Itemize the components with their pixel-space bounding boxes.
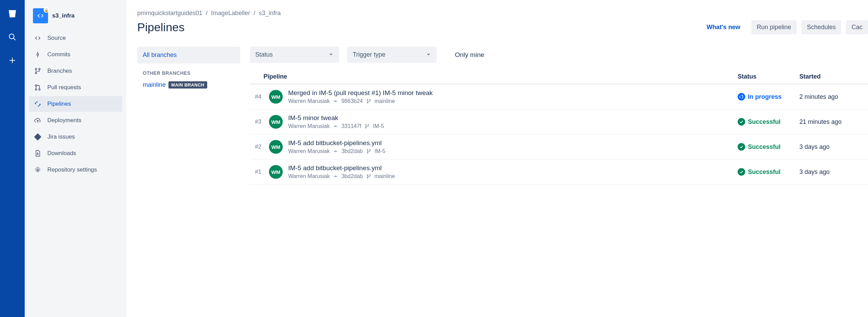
- bitbucket-logo-icon[interactable]: [5, 7, 19, 21]
- author-avatar: WM: [269, 90, 283, 104]
- run-number: #2: [250, 143, 263, 150]
- sidebar-item-label: Commits: [47, 51, 70, 58]
- repo-header[interactable]: 🔒 s3_infra: [29, 8, 122, 30]
- svg-point-27: [365, 124, 366, 125]
- breadcrumb: pmmquickstartguides01 / ImageLabeller / …: [137, 10, 868, 17]
- pipeline-commit-title[interactable]: IM-5 add bitbucket-pipelines.yml: [288, 164, 738, 172]
- sidebar-item-pipelines[interactable]: Pipelines: [29, 96, 122, 112]
- sidebar-item-label: Jira issues: [47, 133, 75, 140]
- started-time: 21 minutes ago: [799, 118, 868, 126]
- pipeline-list-area: Status Trigger type Only mine Pipeline S…: [250, 47, 868, 185]
- commit-hash-icon: [333, 99, 338, 104]
- caches-button[interactable]: Cac: [846, 20, 868, 34]
- chevron-down-icon: [329, 51, 333, 58]
- breadcrumb-separator: /: [206, 10, 208, 17]
- header-pipeline: Pipeline: [263, 73, 738, 80]
- pipeline-author: Warren Marusiak: [288, 98, 330, 104]
- svg-line-1: [13, 38, 15, 40]
- svg-point-39: [367, 174, 368, 175]
- commit-hash-icon: [333, 124, 338, 129]
- search-icon[interactable]: [5, 30, 19, 44]
- sidebar-item-label: Branches: [47, 68, 72, 74]
- status-text: Successful: [748, 143, 781, 151]
- svg-point-28: [368, 124, 369, 125]
- branch-name: mainline: [143, 81, 166, 89]
- breadcrumb-item[interactable]: s3_infra: [259, 10, 281, 17]
- commit-icon: [34, 50, 42, 59]
- commit-hash-icon: [333, 149, 338, 154]
- all-branches-filter[interactable]: All branches: [137, 47, 240, 63]
- svg-point-23: [740, 95, 743, 98]
- sidebar-item-jira[interactable]: Jira issues: [29, 129, 122, 145]
- svg-point-21: [370, 99, 371, 100]
- pipeline-author: Warren Marusiak: [288, 123, 330, 129]
- pipeline-row[interactable]: #1WMIM-5 add bitbucket-pipelines.ymlWarr…: [250, 160, 868, 185]
- pipeline-commit-title[interactable]: Merged in IM-5 (pull request #1) IM-5 mi…: [288, 89, 738, 97]
- pipeline-commit-title[interactable]: IM-5 minor tweak: [288, 114, 738, 122]
- sidebar-item-label: Repository settings: [47, 166, 97, 173]
- svg-point-30: [335, 151, 336, 152]
- trigger-filter-label: Trigger type: [353, 51, 385, 58]
- commit-hash[interactable]: 3bd2dab: [341, 148, 363, 154]
- only-mine-toggle[interactable]: Only mine: [455, 51, 484, 59]
- sidebar-item-settings[interactable]: Repository settings: [29, 162, 122, 178]
- pipeline-commit-title[interactable]: IM-5 add bitbucket-pipelines.yml: [288, 139, 738, 147]
- svg-point-12: [39, 89, 40, 90]
- branch-item[interactable]: mainline MAIN BRANCH: [137, 79, 240, 91]
- pipeline-table-header: Pipeline Status Started: [250, 73, 868, 84]
- breadcrumb-separator: /: [254, 10, 255, 17]
- svg-point-36: [335, 176, 336, 177]
- started-time: 2 minutes ago: [799, 93, 868, 101]
- cloud-upload-icon: [34, 116, 42, 125]
- schedules-button[interactable]: Schedules: [801, 20, 841, 34]
- run-pipeline-button[interactable]: Run pipeline: [751, 20, 797, 34]
- pipeline-branch[interactable]: mainline: [375, 173, 395, 179]
- branch-filter-panel: All branches OTHER BRANCHES mainline MAI…: [137, 47, 240, 91]
- svg-point-33: [367, 149, 368, 150]
- pipeline-branch[interactable]: IM-5: [373, 123, 384, 129]
- svg-point-17: [335, 101, 336, 102]
- status-success-icon: [738, 143, 745, 151]
- branch-small-icon: [366, 174, 371, 179]
- pipeline-row[interactable]: #3WMIM-5 minor tweakWarren Marusiak33114…: [250, 109, 868, 134]
- branch-icon: [34, 67, 42, 75]
- status-progress-icon: [738, 93, 745, 101]
- sidebar-item-pull-requests[interactable]: Pull requests: [29, 80, 122, 95]
- sidebar-item-commits[interactable]: Commits: [29, 47, 122, 62]
- sidebar-item-branches[interactable]: Branches: [29, 63, 122, 79]
- header-started: Started: [799, 73, 868, 80]
- repo-sidebar: 🔒 s3_infra Source Commits Branches Pull …: [25, 0, 126, 317]
- sidebar-item-deployments[interactable]: Deployments: [29, 113, 122, 128]
- sidebar-item-label: Pipelines: [47, 101, 71, 107]
- pipeline-row[interactable]: #2WMIM-5 add bitbucket-pipelines.ymlWarr…: [250, 134, 868, 160]
- svg-point-22: [367, 102, 368, 103]
- svg-point-7: [35, 68, 37, 70]
- create-icon[interactable]: [5, 54, 19, 67]
- branch-small-icon: [366, 99, 371, 104]
- svg-point-24: [335, 126, 336, 127]
- whats-new-link[interactable]: What's new: [707, 24, 740, 31]
- pull-request-icon: [34, 83, 42, 92]
- sidebar-item-downloads[interactable]: Downloads: [29, 145, 122, 161]
- pipeline-row[interactable]: #4WMMerged in IM-5 (pull request #1) IM-…: [250, 84, 868, 109]
- sidebar-item-source[interactable]: Source: [29, 30, 122, 46]
- breadcrumb-item[interactable]: pmmquickstartguides01: [137, 10, 202, 17]
- pipeline-branch[interactable]: mainline: [375, 98, 395, 104]
- status-filter-label: Status: [255, 51, 273, 58]
- gear-icon: [34, 166, 42, 174]
- commit-hash[interactable]: 9863b24: [341, 98, 363, 104]
- page-title: Pipelines: [137, 21, 185, 34]
- commit-hash[interactable]: 3bd2dab: [341, 173, 363, 179]
- sidebar-item-label: Pull requests: [47, 84, 81, 91]
- commit-hash[interactable]: 331147f: [341, 123, 361, 129]
- run-number: #1: [250, 168, 263, 175]
- trigger-filter-select[interactable]: Trigger type: [347, 47, 436, 63]
- svg-point-40: [370, 174, 371, 175]
- author-avatar: WM: [269, 140, 283, 154]
- pipeline-author: Warren Marusiak: [288, 148, 330, 154]
- svg-point-9: [35, 72, 37, 74]
- pipeline-branch[interactable]: IM-5: [375, 148, 386, 154]
- chevron-down-icon: [426, 51, 431, 58]
- status-filter-select[interactable]: Status: [250, 47, 339, 63]
- breadcrumb-item[interactable]: ImageLabeller: [211, 10, 250, 17]
